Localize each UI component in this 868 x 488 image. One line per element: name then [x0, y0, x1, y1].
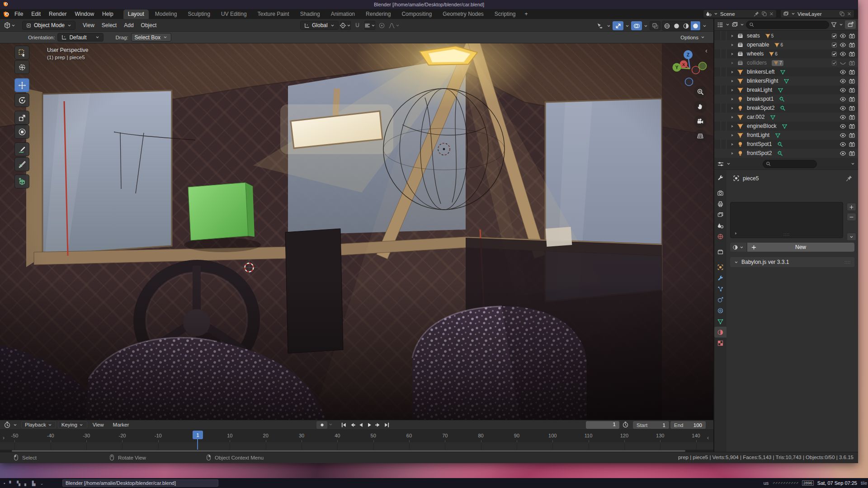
viewlayer-selector[interactable]: ViewLayer	[780, 9, 854, 18]
editor-type-icon[interactable]	[717, 21, 724, 28]
show-gizmos-toggle[interactable]	[613, 21, 623, 30]
clock[interactable]: Sat, 07 Sep 07:25	[817, 480, 857, 486]
object-name[interactable]: engineBlock	[747, 123, 776, 129]
properties-tab-object[interactable]	[714, 262, 726, 272]
workspace-icon[interactable]: ▙	[32, 481, 36, 486]
jump-to-end-button[interactable]	[383, 421, 391, 429]
camera-view-button[interactable]	[694, 115, 707, 128]
window-titlebar[interactable]: Blender [/home/amalie/Desktop/blender/ca…	[0, 0, 858, 9]
frame-start-field[interactable]: Start 1	[633, 421, 669, 429]
duplicate-icon[interactable]	[761, 11, 767, 17]
blender-menu-icon[interactable]	[3, 10, 10, 18]
properties-tab-constraints[interactable]	[714, 305, 726, 316]
outliner-row-wheels[interactable]: wheels6	[714, 49, 858, 58]
properties-tab-render[interactable]	[714, 188, 726, 198]
add-slot-button[interactable]	[847, 203, 856, 211]
playhead[interactable]: 1	[193, 431, 203, 439]
tool-measure[interactable]	[14, 157, 29, 171]
auto-keying-button[interactable]	[316, 421, 327, 429]
menu-window[interactable]: Window	[75, 11, 94, 17]
outliner-row-frontLight[interactable]: frontLight	[714, 131, 858, 140]
tool-annotate[interactable]	[14, 142, 29, 156]
shading-solid-button[interactable]	[672, 21, 681, 30]
outliner-row-frontSpot1[interactable]: frontSpot1	[714, 140, 858, 149]
viewport-menu-view[interactable]: View	[83, 22, 94, 28]
system-tray-icons[interactable]: ♂♂♂♂♂♂♂♂♂♂	[772, 481, 798, 485]
workspace-tab-shading[interactable]: Shading	[296, 9, 325, 19]
browse-material-button[interactable]	[730, 243, 746, 252]
disable-render-toggle[interactable]	[849, 141, 855, 148]
outliner-row-breakLight[interactable]: breakLight	[714, 85, 858, 94]
timeline-track[interactable]	[0, 442, 713, 450]
breadcrumb-object-name[interactable]: piece5	[743, 175, 759, 182]
workspace-icon[interactable]: ▘	[9, 481, 13, 486]
properties-tab-physics[interactable]	[714, 294, 726, 305]
transform-orientation-dropdown[interactable]: Global	[300, 21, 339, 30]
disclosure-icon[interactable]	[730, 106, 735, 111]
outliner-row-openable[interactable]: openable6	[714, 40, 858, 49]
gizmo-negx-ball[interactable]	[692, 66, 700, 74]
close-icon[interactable]	[847, 11, 852, 16]
disclosure-icon[interactable]	[730, 124, 735, 129]
pan-hand-button[interactable]	[694, 100, 707, 113]
chevron-down-icon[interactable]: ⌄	[40, 481, 43, 486]
object-name[interactable]: colliders	[747, 60, 767, 66]
orientation-setting-dropdown[interactable]: Default	[57, 33, 104, 42]
outliner-row-frontSpot2[interactable]: frontSpot2	[714, 149, 858, 158]
disclosure-icon[interactable]	[730, 42, 735, 47]
tool-tweak-select[interactable]	[14, 46, 29, 60]
pin-icon[interactable]	[846, 175, 853, 182]
region-arrow-right[interactable]: ‹	[707, 435, 709, 441]
hide-viewport-toggle[interactable]	[840, 105, 846, 112]
tray-badge[interactable]: 2896	[802, 480, 814, 486]
region-arrow-left[interactable]: ›	[3, 435, 5, 441]
disable-render-toggle[interactable]	[849, 69, 855, 75]
properties-tab-tool[interactable]	[714, 172, 726, 183]
snap-toggle[interactable]	[352, 21, 363, 30]
disable-render-toggle[interactable]	[849, 150, 855, 157]
hide-viewport-toggle[interactable]	[840, 96, 846, 103]
outliner-row-breakSpot2[interactable]: breakSpot2	[714, 103, 858, 113]
workspace-switcher[interactable]: ▪ ▘ ▚ ▖ ▙	[0, 481, 35, 486]
outliner-row-engineBlock[interactable]: engineBlock	[714, 122, 858, 131]
babylon-panel-header[interactable]: Babylon.js ver 3.3.1 ::::	[730, 257, 854, 267]
object-name[interactable]: frontSpot1	[747, 141, 772, 147]
properties-tab-world[interactable]	[714, 231, 726, 242]
outliner-row-breakspot1[interactable]: breakspot1	[714, 94, 858, 103]
viewport-menu-add[interactable]: Add	[124, 22, 133, 28]
outliner-search-input[interactable]	[746, 21, 829, 29]
prev-keyframe-button[interactable]	[349, 421, 356, 429]
shading-wireframe-button[interactable]	[662, 21, 672, 30]
workspace-tab-scripting[interactable]: Scripting	[490, 9, 520, 19]
shading-material-button[interactable]	[681, 21, 691, 30]
workspace-icon[interactable]: ▚	[17, 481, 20, 486]
disable-render-toggle[interactable]	[849, 96, 855, 103]
properties-tab-modifiers[interactable]	[714, 272, 726, 283]
hide-viewport-toggle[interactable]	[840, 87, 846, 94]
zoom-button[interactable]	[694, 85, 707, 98]
keyboard-layout-indicator[interactable]: us	[764, 480, 769, 486]
object-name[interactable]: frontLight	[747, 132, 769, 138]
tool-scale[interactable]	[14, 111, 29, 125]
hide-viewport-toggle[interactable]	[840, 114, 846, 121]
hide-viewport-toggle[interactable]	[840, 60, 846, 66]
disclosure-icon[interactable]	[730, 70, 735, 75]
gizmo-negy-ball[interactable]	[699, 62, 707, 70]
disclosure-icon[interactable]	[730, 33, 735, 38]
remove-slot-button[interactable]	[847, 213, 856, 221]
disable-render-toggle[interactable]	[849, 87, 855, 94]
tool-transform[interactable]	[14, 125, 29, 139]
object-name[interactable]: car.002	[747, 114, 764, 120]
slot-specials-button[interactable]	[847, 233, 856, 241]
ortho-toggle-button[interactable]	[694, 130, 707, 142]
editor-type-icon[interactable]	[4, 421, 11, 428]
properties-tab-texture[interactable]	[714, 338, 726, 348]
pin-icon[interactable]	[754, 11, 760, 17]
exclude-checkbox[interactable]	[831, 60, 837, 66]
use-preview-range-icon[interactable]	[622, 421, 629, 428]
scene-selector[interactable]: Scene	[703, 9, 777, 18]
object-name[interactable]: breakLight	[747, 87, 772, 93]
viewport-3d[interactable]: User Perspective (1) prep | piece5 Z X Y…	[0, 43, 713, 420]
object-name[interactable]: breakspot1	[747, 96, 774, 102]
disable-render-toggle[interactable]	[849, 105, 855, 112]
